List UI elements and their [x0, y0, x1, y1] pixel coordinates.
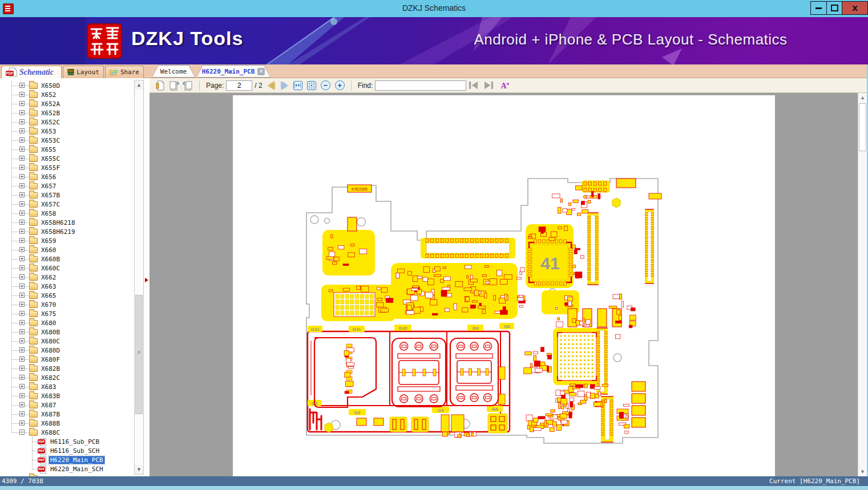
viewer-scrollbar-thumb[interactable] [859, 103, 866, 151]
tree-expand-toggle[interactable]: + [19, 128, 25, 133]
tree-connector [12, 305, 19, 305]
tab-h6220-main-pcb[interactable]: H6220_Main_PCB ✕ [196, 65, 271, 78]
tree-expand-toggle[interactable]: + [19, 384, 25, 389]
tree-expand-toggle[interactable]: + [19, 375, 25, 380]
tree-connector [12, 86, 19, 86]
tree-folder-label: X658H6218 [40, 219, 76, 226]
rotate-left-button[interactable] [168, 80, 180, 91]
splitter-collapse-arrow[interactable] [145, 278, 148, 282]
tree-connector [25, 314, 29, 314]
find-next-icon[interactable] [484, 82, 493, 89]
snapshot-button[interactable] [154, 80, 167, 91]
sidebar-scrollbar-thumb[interactable] [135, 295, 143, 414]
tree-expand-toggle[interactable]: + [19, 366, 25, 371]
folder-icon [29, 265, 38, 272]
tree-connector [25, 387, 29, 387]
fit-width-button[interactable] [293, 81, 302, 90]
viewer-scrollbar[interactable]: ▲ ▼ [858, 93, 867, 476]
match-case-icon[interactable]: Aa [500, 80, 509, 91]
maximize-button[interactable] [826, 1, 842, 15]
zoom-out-button[interactable]: − [321, 80, 330, 90]
tree-expand-toggle[interactable]: + [19, 147, 25, 152]
tab-share[interactable]: Share [105, 66, 144, 78]
tree-expand-toggle[interactable]: + [19, 192, 25, 197]
tree-folder-label: X657C [40, 201, 61, 208]
tree-expand-toggle[interactable]: + [19, 101, 25, 106]
tree-connector [12, 350, 19, 351]
tree-folder-label: X688C [40, 429, 61, 436]
previous-page-button[interactable] [268, 82, 274, 90]
find-input[interactable] [375, 80, 466, 91]
tree-expand-toggle[interactable]: + [19, 247, 25, 252]
tree-folder-label: X660B [40, 256, 61, 263]
tree-expand-toggle[interactable]: + [19, 183, 25, 188]
tree-expand-toggle[interactable]: + [19, 311, 25, 316]
tree-expand-toggle[interactable]: + [19, 329, 25, 334]
tree-folder-label: X655 [40, 146, 58, 153]
tree-expand-toggle[interactable]: + [19, 238, 25, 243]
tree-expand-toggle[interactable]: + [19, 347, 25, 353]
tree-expand-toggle[interactable]: + [19, 210, 25, 216]
tree-expand-toggle[interactable]: + [19, 293, 25, 298]
folder-icon [29, 119, 38, 125]
tree-connector [12, 131, 19, 132]
svg-text:G4: G4 [492, 407, 498, 412]
tree-expand-toggle[interactable]: + [19, 357, 25, 362]
sidebar-scrollbar[interactable]: ▲ ▼ [134, 80, 144, 475]
folder-icon [29, 357, 38, 363]
tree-expand-toggle[interactable]: + [19, 338, 25, 343]
pcb-kxd2305: KXD2305 [348, 185, 372, 192]
tree-expand-toggle[interactable]: + [19, 274, 25, 280]
tree-expand-toggle[interactable]: + [19, 174, 25, 179]
fit-page-button[interactable] [307, 81, 316, 90]
tree-expand-toggle[interactable]: + [19, 402, 25, 407]
tree-expand-toggle[interactable]: + [19, 165, 25, 170]
tree-expand-toggle[interactable]: + [19, 110, 25, 115]
tree-expand-toggle[interactable]: + [19, 156, 25, 161]
tree-expand-toggle[interactable]: + [19, 83, 25, 88]
tree-connector [25, 241, 29, 241]
tree-folder-label: X688B [40, 420, 61, 427]
rotate-right-button[interactable] [181, 80, 194, 91]
tree-expand-toggle[interactable]: + [19, 119, 25, 124]
pdf-viewer[interactable]: KXD2305 41 [150, 93, 867, 476]
tab-close-icon[interactable]: ✕ [257, 68, 265, 75]
tree-expand-toggle[interactable]: + [19, 137, 25, 143]
tab-layout[interactable]: PADS Layout [63, 66, 104, 78]
tree-expand-toggle[interactable]: + [19, 92, 25, 97]
zoom-in-button[interactable]: + [335, 80, 345, 90]
scroll-up-icon[interactable]: ▲ [135, 80, 143, 90]
tree-expand-toggle[interactable]: + [19, 302, 25, 307]
tab-welcome[interactable]: Welcome [152, 65, 195, 78]
tree-connector [25, 268, 29, 269]
rotate-right-icon [183, 80, 193, 91]
tree-folder-label: X662 [40, 274, 58, 281]
svg-text:G9: G9 [473, 326, 479, 331]
tree-expand-toggle[interactable]: + [19, 265, 25, 270]
tree-expand-toggle[interactable]: − [19, 430, 25, 435]
tree-expand-toggle[interactable]: + [19, 220, 25, 225]
find-previous-icon[interactable] [469, 82, 478, 89]
tab-schematic[interactable]: PDF Schematic [1, 66, 62, 78]
tree-expand-toggle[interactable]: + [19, 411, 25, 416]
svg-text:G12: G12 [310, 327, 320, 332]
tree-connector [12, 341, 19, 342]
tree-expand-toggle[interactable]: + [19, 420, 25, 426]
tree-expand-toggle[interactable]: + [19, 229, 25, 234]
minimize-button[interactable] [810, 1, 827, 15]
tree-connector [25, 359, 29, 360]
tree-connector [12, 432, 19, 433]
tree-expand-toggle[interactable]: + [19, 201, 25, 206]
tree-expand-toggle[interactable]: + [19, 320, 25, 325]
tree-expand-toggle[interactable]: + [19, 256, 25, 261]
close-button[interactable]: X [842, 1, 868, 15]
tree-expand-toggle[interactable]: + [19, 393, 25, 398]
tree-expand-toggle[interactable]: + [19, 284, 25, 289]
tree-folder-label: X655C [40, 155, 61, 163]
next-page-button[interactable] [281, 82, 288, 90]
scroll-down-icon[interactable]: ▼ [135, 465, 143, 474]
viewer-scroll-up-icon[interactable]: ▲ [858, 93, 867, 102]
page-number-input[interactable] [226, 80, 252, 91]
folder-icon [29, 183, 38, 189]
viewer-scroll-down-icon[interactable]: ▼ [858, 467, 867, 476]
